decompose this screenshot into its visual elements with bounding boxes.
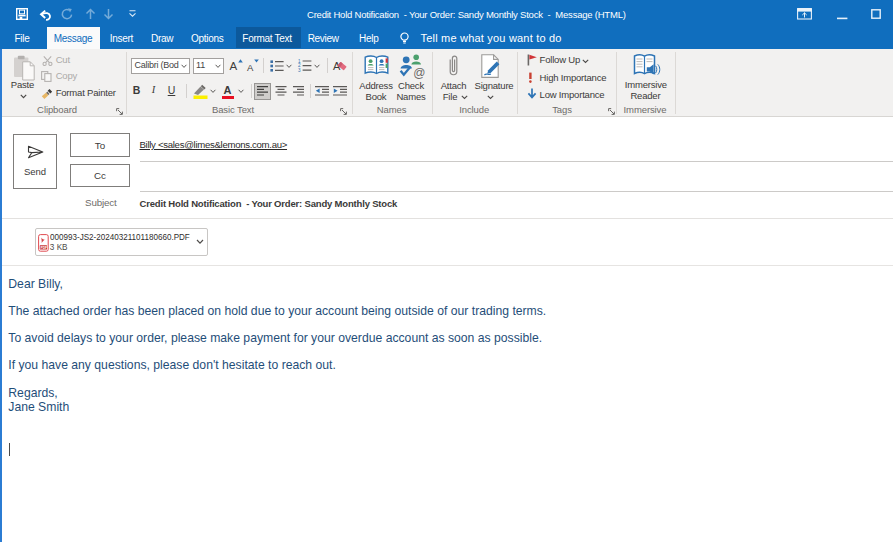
svg-text:@: @	[413, 66, 425, 80]
svg-text:3: 3	[298, 67, 301, 72]
svg-text:PDF: PDF	[40, 245, 47, 249]
